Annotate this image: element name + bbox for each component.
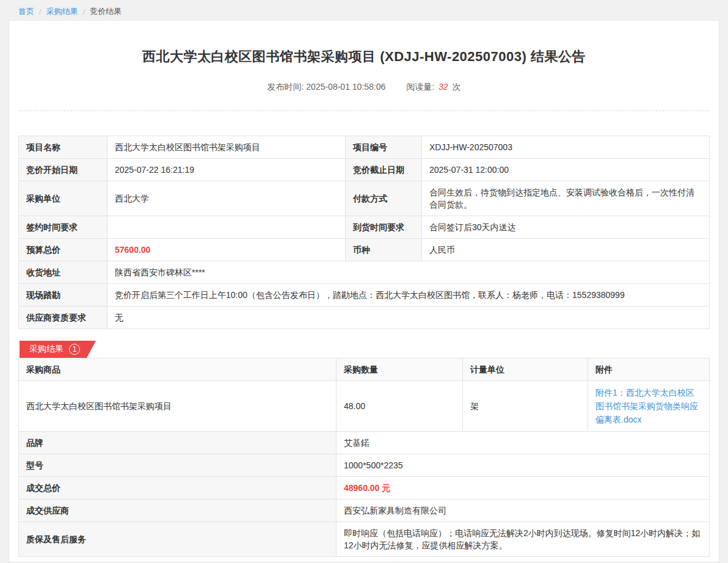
- info-row-sign-delivery: 签约时间要求 到货时间要求 合同签订后30天内送达: [19, 216, 710, 239]
- breadcrumb-link-home[interactable]: 首页: [18, 6, 34, 17]
- project-info-table: 项目名称 西北大学太白校区图书馆书架采购项目 项目编号 XDJJ-HW-2025…: [18, 136, 710, 329]
- result-header-attachment: 附件: [588, 358, 710, 381]
- info-row-project-name-code: 项目名称 西北大学太白校区图书馆书架采购项目 项目编号 XDJJ-HW-2025…: [19, 136, 710, 159]
- result-header-row: 采购商品 采购数量 计量单位 附件: [19, 358, 710, 381]
- info-label-project-name: 项目名称: [19, 136, 107, 159]
- detail-row-supplier: 成交供应商 西安弘新家具制造有限公司: [19, 499, 710, 522]
- ribbon-label: 采购结果: [29, 344, 64, 355]
- ribbon-count-badge: 1: [69, 344, 80, 355]
- result-product-name: 西北大学太白校区图书馆书架采购项目: [19, 381, 337, 432]
- detail-value-supplier: 西安弘新家具制造有限公司: [337, 499, 710, 522]
- detail-label-supplier: 成交供应商: [19, 499, 337, 522]
- detail-label-warranty: 质保及售后服务: [19, 522, 337, 557]
- breadcrumb-separator: /: [39, 7, 42, 16]
- info-label-delivery-time: 到货时间要求: [346, 216, 422, 239]
- detail-row-warranty: 质保及售后服务 即时响应（包括电话响应）；电话响应无法解决2小时内到达现场。修复…: [19, 522, 710, 557]
- breadcrumb-link-purchase-results[interactable]: 采购结果: [46, 6, 78, 17]
- breadcrumb-separator: /: [83, 7, 86, 16]
- info-value-delivery-time: 合同签订后30天内送达: [422, 216, 710, 239]
- publish-time: 发布时间: 2025-08-01 10:58:06: [268, 82, 388, 92]
- publish-meta: 发布时间: 2025-08-01 10:58:06 阅读量: 32 次: [18, 82, 710, 93]
- detail-row-brand: 品牌 艾基鍩: [19, 432, 710, 454]
- view-count-label: 阅读量:: [406, 82, 434, 92]
- info-label-address: 收货地址: [19, 261, 107, 284]
- purchase-result-table: 采购商品 采购数量 计量单位 附件 西北大学太白校区图书馆书架采购项目 48.0…: [18, 358, 710, 557]
- info-value-payment: 合同生效后，待货物到达指定地点、安装调试验收合格后，一次性付清合同货款。: [422, 181, 710, 216]
- purchase-result-ribbon: 采购结果 1: [20, 341, 96, 358]
- info-label-site-visit: 现场踏勘: [19, 284, 107, 307]
- publish-time-label: 发布时间:: [268, 82, 304, 92]
- info-label-purchaser: 采购单位: [19, 181, 107, 216]
- info-label-project-code: 项目编号: [346, 136, 422, 159]
- info-value-bid-start: 2025-07-22 16:21:19: [107, 159, 346, 181]
- result-product-unit: 架: [463, 381, 588, 432]
- info-value-site-visit: 竞价开启后第三个工作日上午10:00（包含公告发布日），踏勘地点：西北大学太白校…: [107, 284, 710, 307]
- info-value-purchaser: 西北大学: [107, 181, 346, 216]
- result-header-quantity: 采购数量: [337, 358, 463, 381]
- detail-value-brand: 艾基鍩: [337, 432, 710, 454]
- info-value-project-name: 西北大学太白校区图书馆书架采购项目: [107, 136, 346, 159]
- announcement-card: 西北大学太白校区图书馆书架采购项目 (XDJJ-HW-202507003) 结果…: [9, 20, 719, 562]
- dashed-divider: [18, 111, 710, 111]
- view-count: 阅读量: 32 次: [406, 82, 460, 92]
- view-count-unit: 次: [452, 82, 460, 92]
- info-row-qualification: 供应商资质要求 无: [19, 307, 710, 329]
- detail-row-deal-price: 成交总价 48960.00 元: [19, 477, 710, 499]
- detail-label-model: 型号: [19, 454, 337, 477]
- info-value-sign-time: [107, 216, 346, 239]
- attachment-link[interactable]: 附件1：西北大学太白校区图书馆书架采购货物类响应偏离表.docx: [595, 386, 702, 426]
- result-product-attachment-cell: 附件1：西北大学太白校区图书馆书架采购货物类响应偏离表.docx: [588, 381, 710, 432]
- breadcrumb: 首页 / 采购结果 / 竞价结果: [0, 0, 728, 17]
- info-value-currency: 人民币: [422, 239, 710, 261]
- detail-value-model: 1000*500*2235: [337, 454, 710, 477]
- info-value-budget: 57600.00: [107, 239, 346, 261]
- page-title: 西北大学太白校区图书馆书架采购项目 (XDJJ-HW-202507003) 结果…: [18, 48, 710, 66]
- publish-time-value: 2025-08-01 10:58:06: [306, 82, 385, 92]
- info-row-address: 收货地址 陕西省西安市碑林区****: [19, 261, 710, 284]
- info-label-bid-end: 竞价截止日期: [346, 159, 422, 181]
- detail-row-model: 型号 1000*500*2235: [19, 454, 710, 477]
- result-header-unit: 计量单位: [463, 358, 588, 381]
- info-label-bid-start: 竞价开始日期: [19, 159, 107, 181]
- info-label-payment: 付款方式: [346, 181, 422, 216]
- info-value-qualification: 无: [107, 307, 710, 329]
- result-product-quantity: 48.00: [337, 381, 463, 432]
- breadcrumb-current: 竞价结果: [90, 6, 122, 17]
- result-header-product: 采购商品: [19, 358, 337, 381]
- info-label-budget: 预算总价: [19, 239, 107, 261]
- detail-label-deal-price: 成交总价: [19, 477, 337, 499]
- info-row-site-visit: 现场踏勘 竞价开启后第三个工作日上午10:00（包含公告发布日），踏勘地点：西北…: [19, 284, 710, 307]
- info-row-purchaser-payment: 采购单位 西北大学 付款方式 合同生效后，待货物到达指定地点、安装调试验收合格后…: [19, 181, 710, 216]
- info-label-qualification: 供应商资质要求: [19, 307, 107, 329]
- info-value-address: 陕西省西安市碑林区****: [107, 261, 710, 284]
- info-label-currency: 币种: [346, 239, 422, 261]
- detail-label-brand: 品牌: [19, 432, 337, 454]
- info-value-bid-end: 2025-07-31 12:00:00: [422, 159, 710, 181]
- detail-value-deal-price: 48960.00 元: [337, 477, 710, 499]
- view-count-value: 32: [439, 82, 448, 92]
- info-label-sign-time: 签约时间要求: [19, 216, 107, 239]
- info-row-budget-currency: 预算总价 57600.00 币种 人民币: [19, 239, 710, 261]
- result-product-row: 西北大学太白校区图书馆书架采购项目 48.00 架 附件1：西北大学太白校区图书…: [19, 381, 710, 432]
- info-row-bid-dates: 竞价开始日期 2025-07-22 16:21:19 竞价截止日期 2025-0…: [19, 159, 710, 181]
- purchase-result-section: 采购结果 1 采购商品 采购数量 计量单位 附件 西北大学太白校区图书馆书架采购…: [18, 341, 710, 557]
- info-value-project-code: XDJJ-HW-202507003: [422, 136, 710, 159]
- detail-value-warranty: 即时响应（包括电话响应）；电话响应无法解决2小时内到达现场。修复时间12小时内解…: [337, 522, 710, 557]
- page: 首页 / 采购结果 / 竞价结果 西北大学太白校区图书馆书架采购项目 (XDJJ…: [0, 0, 728, 563]
